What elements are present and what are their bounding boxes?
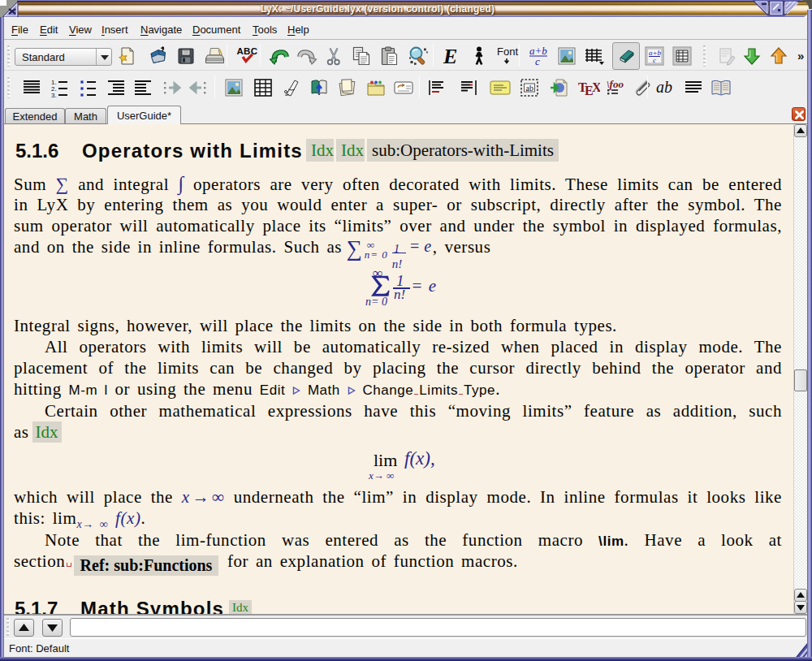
svg-text:»: »	[797, 49, 804, 63]
svg-text:ab: ab	[526, 84, 533, 93]
svg-text:c: c	[535, 55, 540, 67]
svg-text:c: c	[653, 56, 656, 64]
svg-text:E: E	[443, 45, 457, 67]
svg-text:3.: 3.	[51, 92, 57, 97]
svg-text:ab: ab	[656, 78, 672, 96]
svg-text:Font: Font	[497, 45, 518, 58]
svg-text:X: X	[592, 80, 600, 94]
svg-text:\foo: \foo	[607, 78, 624, 90]
svg-text:ABC: ABC	[237, 46, 258, 56]
